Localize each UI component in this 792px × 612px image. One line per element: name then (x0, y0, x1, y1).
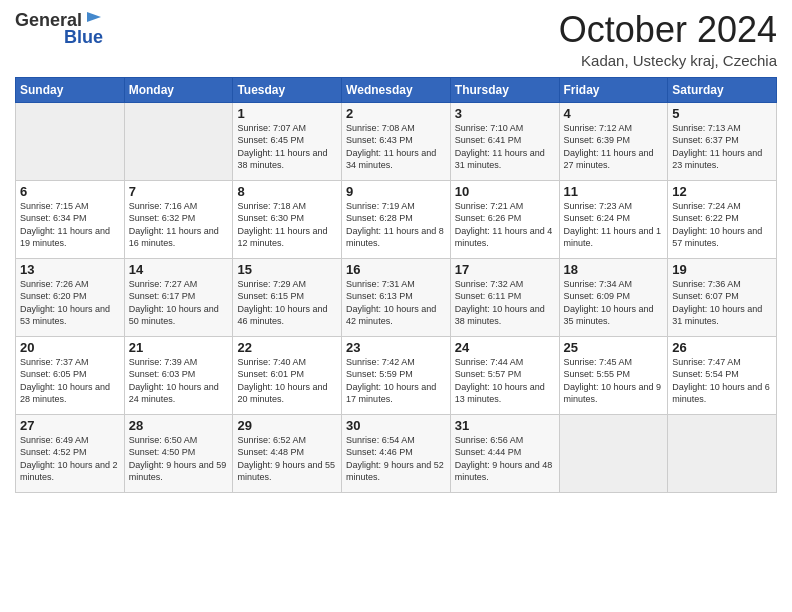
calendar-cell: 31Sunrise: 6:56 AMSunset: 4:44 PMDayligh… (450, 414, 559, 492)
calendar-cell: 3Sunrise: 7:10 AMSunset: 6:41 PMDaylight… (450, 102, 559, 180)
day-info: Sunrise: 7:34 AMSunset: 6:09 PMDaylight:… (564, 278, 664, 328)
day-number: 24 (455, 340, 555, 355)
calendar-cell: 20Sunrise: 7:37 AMSunset: 6:05 PMDayligh… (16, 336, 125, 414)
calendar-cell: 4Sunrise: 7:12 AMSunset: 6:39 PMDaylight… (559, 102, 668, 180)
day-number: 5 (672, 106, 772, 121)
day-info: Sunrise: 7:44 AMSunset: 5:57 PMDaylight:… (455, 356, 555, 406)
calendar-week-0: 1Sunrise: 7:07 AMSunset: 6:45 PMDaylight… (16, 102, 777, 180)
day-number: 22 (237, 340, 337, 355)
day-number: 3 (455, 106, 555, 121)
day-info: Sunrise: 7:27 AMSunset: 6:17 PMDaylight:… (129, 278, 229, 328)
day-number: 28 (129, 418, 229, 433)
calendar-cell: 7Sunrise: 7:16 AMSunset: 6:32 PMDaylight… (124, 180, 233, 258)
day-info: Sunrise: 7:42 AMSunset: 5:59 PMDaylight:… (346, 356, 446, 406)
day-number: 10 (455, 184, 555, 199)
calendar-cell: 29Sunrise: 6:52 AMSunset: 4:48 PMDayligh… (233, 414, 342, 492)
day-info: Sunrise: 6:52 AMSunset: 4:48 PMDaylight:… (237, 434, 337, 484)
calendar-cell: 19Sunrise: 7:36 AMSunset: 6:07 PMDayligh… (668, 258, 777, 336)
logo-blue: Blue (64, 28, 103, 48)
calendar-cell: 5Sunrise: 7:13 AMSunset: 6:37 PMDaylight… (668, 102, 777, 180)
day-info: Sunrise: 7:39 AMSunset: 6:03 PMDaylight:… (129, 356, 229, 406)
title-block: October 2024 Kadan, Ustecky kraj, Czechi… (559, 10, 777, 69)
day-number: 31 (455, 418, 555, 433)
day-number: 12 (672, 184, 772, 199)
day-info: Sunrise: 7:37 AMSunset: 6:05 PMDaylight:… (20, 356, 120, 406)
svg-marker-0 (87, 12, 101, 22)
page-container: General Blue October 2024 Kadan, Ustecky… (0, 0, 792, 503)
day-number: 29 (237, 418, 337, 433)
calendar-cell (668, 414, 777, 492)
calendar-cell: 11Sunrise: 7:23 AMSunset: 6:24 PMDayligh… (559, 180, 668, 258)
day-info: Sunrise: 7:16 AMSunset: 6:32 PMDaylight:… (129, 200, 229, 250)
col-header-thursday: Thursday (450, 77, 559, 102)
day-number: 9 (346, 184, 446, 199)
calendar-cell: 10Sunrise: 7:21 AMSunset: 6:26 PMDayligh… (450, 180, 559, 258)
calendar-cell: 8Sunrise: 7:18 AMSunset: 6:30 PMDaylight… (233, 180, 342, 258)
calendar-cell: 28Sunrise: 6:50 AMSunset: 4:50 PMDayligh… (124, 414, 233, 492)
day-info: Sunrise: 7:32 AMSunset: 6:11 PMDaylight:… (455, 278, 555, 328)
calendar-cell: 23Sunrise: 7:42 AMSunset: 5:59 PMDayligh… (342, 336, 451, 414)
day-info: Sunrise: 6:49 AMSunset: 4:52 PMDaylight:… (20, 434, 120, 484)
day-info: Sunrise: 7:18 AMSunset: 6:30 PMDaylight:… (237, 200, 337, 250)
col-header-friday: Friday (559, 77, 668, 102)
day-number: 16 (346, 262, 446, 277)
day-number: 26 (672, 340, 772, 355)
calendar-cell: 21Sunrise: 7:39 AMSunset: 6:03 PMDayligh… (124, 336, 233, 414)
day-number: 4 (564, 106, 664, 121)
calendar-cell (124, 102, 233, 180)
calendar-cell: 16Sunrise: 7:31 AMSunset: 6:13 PMDayligh… (342, 258, 451, 336)
day-number: 6 (20, 184, 120, 199)
calendar-cell: 15Sunrise: 7:29 AMSunset: 6:15 PMDayligh… (233, 258, 342, 336)
day-number: 1 (237, 106, 337, 121)
day-info: Sunrise: 7:26 AMSunset: 6:20 PMDaylight:… (20, 278, 120, 328)
calendar-cell: 14Sunrise: 7:27 AMSunset: 6:17 PMDayligh… (124, 258, 233, 336)
calendar-cell: 2Sunrise: 7:08 AMSunset: 6:43 PMDaylight… (342, 102, 451, 180)
day-number: 2 (346, 106, 446, 121)
day-info: Sunrise: 7:47 AMSunset: 5:54 PMDaylight:… (672, 356, 772, 406)
calendar-week-4: 27Sunrise: 6:49 AMSunset: 4:52 PMDayligh… (16, 414, 777, 492)
day-number: 23 (346, 340, 446, 355)
day-info: Sunrise: 7:07 AMSunset: 6:45 PMDaylight:… (237, 122, 337, 172)
day-info: Sunrise: 6:50 AMSunset: 4:50 PMDaylight:… (129, 434, 229, 484)
day-number: 17 (455, 262, 555, 277)
day-number: 13 (20, 262, 120, 277)
calendar-cell: 1Sunrise: 7:07 AMSunset: 6:45 PMDaylight… (233, 102, 342, 180)
day-number: 18 (564, 262, 664, 277)
day-info: Sunrise: 7:45 AMSunset: 5:55 PMDaylight:… (564, 356, 664, 406)
calendar-cell: 6Sunrise: 7:15 AMSunset: 6:34 PMDaylight… (16, 180, 125, 258)
calendar-cell: 30Sunrise: 6:54 AMSunset: 4:46 PMDayligh… (342, 414, 451, 492)
day-info: Sunrise: 7:36 AMSunset: 6:07 PMDaylight:… (672, 278, 772, 328)
day-info: Sunrise: 7:13 AMSunset: 6:37 PMDaylight:… (672, 122, 772, 172)
day-info: Sunrise: 7:21 AMSunset: 6:26 PMDaylight:… (455, 200, 555, 250)
day-info: Sunrise: 6:56 AMSunset: 4:44 PMDaylight:… (455, 434, 555, 484)
day-number: 7 (129, 184, 229, 199)
col-header-saturday: Saturday (668, 77, 777, 102)
day-info: Sunrise: 7:23 AMSunset: 6:24 PMDaylight:… (564, 200, 664, 250)
day-number: 20 (20, 340, 120, 355)
day-number: 14 (129, 262, 229, 277)
day-number: 21 (129, 340, 229, 355)
calendar-cell: 13Sunrise: 7:26 AMSunset: 6:20 PMDayligh… (16, 258, 125, 336)
col-header-sunday: Sunday (16, 77, 125, 102)
header: General Blue October 2024 Kadan, Ustecky… (15, 10, 777, 69)
day-info: Sunrise: 7:24 AMSunset: 6:22 PMDaylight:… (672, 200, 772, 250)
day-info: Sunrise: 7:29 AMSunset: 6:15 PMDaylight:… (237, 278, 337, 328)
logo-arrow-icon (85, 8, 103, 26)
calendar-week-3: 20Sunrise: 7:37 AMSunset: 6:05 PMDayligh… (16, 336, 777, 414)
day-number: 19 (672, 262, 772, 277)
calendar-week-1: 6Sunrise: 7:15 AMSunset: 6:34 PMDaylight… (16, 180, 777, 258)
day-info: Sunrise: 7:19 AMSunset: 6:28 PMDaylight:… (346, 200, 446, 250)
day-info: Sunrise: 6:54 AMSunset: 4:46 PMDaylight:… (346, 434, 446, 484)
day-info: Sunrise: 7:40 AMSunset: 6:01 PMDaylight:… (237, 356, 337, 406)
calendar-table: SundayMondayTuesdayWednesdayThursdayFrid… (15, 77, 777, 493)
day-info: Sunrise: 7:08 AMSunset: 6:43 PMDaylight:… (346, 122, 446, 172)
calendar-cell: 18Sunrise: 7:34 AMSunset: 6:09 PMDayligh… (559, 258, 668, 336)
calendar-cell: 9Sunrise: 7:19 AMSunset: 6:28 PMDaylight… (342, 180, 451, 258)
day-info: Sunrise: 7:15 AMSunset: 6:34 PMDaylight:… (20, 200, 120, 250)
day-info: Sunrise: 7:31 AMSunset: 6:13 PMDaylight:… (346, 278, 446, 328)
day-info: Sunrise: 7:10 AMSunset: 6:41 PMDaylight:… (455, 122, 555, 172)
calendar-cell: 24Sunrise: 7:44 AMSunset: 5:57 PMDayligh… (450, 336, 559, 414)
calendar-cell: 12Sunrise: 7:24 AMSunset: 6:22 PMDayligh… (668, 180, 777, 258)
calendar-cell (16, 102, 125, 180)
calendar-cell: 17Sunrise: 7:32 AMSunset: 6:11 PMDayligh… (450, 258, 559, 336)
